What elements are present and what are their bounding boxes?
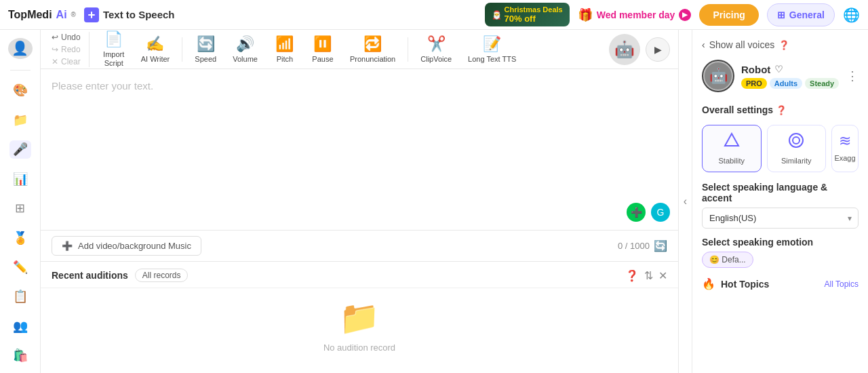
collapse-panel-button[interactable]: ‹	[678, 30, 692, 373]
heart-icon[interactable]: ♡	[774, 64, 783, 75]
all-topics-button[interactable]: All Topics	[825, 279, 859, 289]
top-nav: TopMedi Ai ® Text to Speech 🎅 Christmas …	[0, 0, 868, 30]
emotion-chip[interactable]: 😊 Defa...	[702, 252, 753, 268]
long-text-button[interactable]: 📝 Long Text TTS	[461, 33, 523, 66]
divider-1	[182, 37, 182, 62]
user-avatar[interactable]: 👤	[8, 38, 33, 59]
pause-icon: ⏸️	[313, 35, 332, 53]
char-count-text: 0 / 1000	[618, 241, 650, 251]
sidebar-icon-pencil[interactable]: ✏️	[9, 258, 31, 276]
editor-placeholder: Please enter your text.	[52, 80, 153, 92]
refresh-icon[interactable]: 🔄	[654, 239, 667, 252]
play-button[interactable]: ▶	[646, 37, 670, 62]
app-name-text: Text to Speech	[103, 9, 175, 20]
sidebar-icon-badge[interactable]: 🏅	[9, 229, 31, 247]
sidebar-icon-brush[interactable]: 🎨	[9, 81, 31, 100]
overall-help-icon: ❓	[776, 105, 787, 115]
all-records-button[interactable]: All records	[135, 269, 189, 282]
empty-folder-icon: 📁	[339, 299, 380, 337]
sidebar-icon-chart[interactable]: 📊	[9, 170, 31, 188]
hot-topics-section: 🔥 Hot Topics All Topics	[692, 272, 868, 296]
sort-icon[interactable]: ⇅	[644, 269, 653, 282]
voice-tags: PRO Adults Steady	[741, 78, 840, 89]
svg-point-3	[793, 137, 800, 144]
char-count: 0 / 1000 🔄	[618, 239, 667, 252]
pause-button[interactable]: ⏸️ Pause	[305, 33, 340, 66]
add-icon[interactable]: ➕	[627, 203, 646, 222]
sidebar-icon-folder[interactable]: 📁	[9, 111, 31, 129]
exagg-card[interactable]: ≋ Exagg	[831, 125, 859, 172]
add-music-label: Add video/background Music	[78, 241, 191, 251]
app-icon	[84, 7, 99, 22]
show-voices-button[interactable]: ‹ Show all voices ❓	[702, 37, 789, 53]
overall-settings-title: Overall settings ❓	[702, 104, 859, 115]
chevron-left-icon: ‹	[702, 39, 705, 50]
pronunciation-button[interactable]: 🔁 Pronunciation	[343, 33, 402, 66]
exagg-icon: ≋	[839, 132, 851, 150]
christmas-icon: 🎅	[492, 10, 502, 20]
auditions-body: 📁 No audition record	[41, 288, 678, 363]
similarity-card[interactable]: Similarity	[767, 125, 827, 172]
add-music-button[interactable]: ➕ Add video/background Music	[52, 236, 201, 256]
import-script-button[interactable]: 📄 ImportScript	[96, 30, 132, 71]
similarity-label: Similarity	[781, 157, 812, 165]
sidebar-icon-list[interactable]: 📋	[9, 288, 31, 306]
help-icon: ❓	[778, 40, 789, 50]
more-options-icon[interactable]: ⋮	[846, 68, 859, 83]
sidebar-icon-users[interactable]: 👥	[9, 317, 31, 335]
help-circle-icon[interactable]: ❓	[625, 269, 639, 282]
long-text-label: Long Text TTS	[468, 55, 516, 63]
auditions-title: Recent auditions	[52, 270, 128, 281]
import-icon: 📄	[104, 31, 123, 48]
overall-settings-section: Overall settings ❓	[692, 99, 868, 119]
clear-button[interactable]: ✕ Clear	[49, 56, 83, 67]
voice-name-row: Robot ♡	[741, 64, 840, 75]
emotion-title: Select speaking emotion	[702, 237, 859, 248]
emotion-section: Select speaking emotion 😊 Defa...	[692, 233, 868, 272]
wed-member-text: Wed member day	[597, 9, 675, 20]
nav-app-name: Text to Speech	[84, 7, 175, 22]
svg-marker-1	[725, 134, 738, 146]
content-area: ↩ Undo ↪ Redo ✕ Clear 📄 ImportScript	[41, 30, 678, 373]
toolbar: ↩ Undo ↪ Redo ✕ Clear 📄 ImportScript	[41, 30, 678, 69]
sidebar-icon-bag[interactable]: 🛍️	[9, 347, 31, 365]
redo-button[interactable]: ↪ Redo	[49, 44, 83, 55]
recent-auditions: Recent auditions All records ❓ ⇅ ✕ 📁 No …	[41, 261, 678, 373]
general-button[interactable]: ⊞ General	[767, 3, 835, 26]
exagg-label: Exagg	[834, 154, 855, 162]
pricing-button[interactable]: Pricing	[699, 4, 758, 26]
voice-avatar-inner: 🤖	[703, 61, 733, 91]
globe-icon[interactable]: 🌐	[843, 7, 860, 23]
left-sidebar: 👤 🎨 📁 🎤 📊 ⊞ 🏅 ✏️ 📋 👥 🛍️	[0, 30, 41, 373]
right-panel: ‹ Show all voices ❓ 🤖 Robot ♡ PRO Adults…	[692, 30, 868, 373]
volume-button[interactable]: 🔊 Volume	[226, 33, 264, 66]
christmas-banner[interactable]: 🎅 Christmas Deals 70% off	[485, 3, 570, 26]
sidebar-icon-grid[interactable]: ⊞	[9, 199, 31, 217]
speed-button[interactable]: 🔄 Speed	[188, 33, 223, 66]
stability-card[interactable]: Stability	[702, 125, 762, 172]
wed-member-banner[interactable]: 🎁 Wed member day ▶	[578, 7, 692, 22]
clipvoice-button[interactable]: ✂️ ClipVoice	[414, 33, 458, 66]
clear-icon: ✕	[52, 57, 58, 66]
editor-area[interactable]: Please enter your text. ➕ G	[41, 69, 678, 230]
pitch-icon: 📶	[275, 35, 294, 53]
ai-writer-button[interactable]: ✍️ AI Writer	[134, 33, 177, 66]
tag-steady: Steady	[805, 78, 839, 89]
logo-text: TopMedi	[8, 9, 52, 21]
sidebar-icon-mic[interactable]: 🎤	[9, 140, 31, 159]
voice-meta: Robot ♡ PRO Adults Steady	[741, 64, 840, 89]
add-music-bar: ➕ Add video/background Music 0 / 1000 🔄	[41, 230, 678, 261]
close-icon[interactable]: ✕	[658, 269, 667, 282]
logo[interactable]: TopMedi Ai ®	[8, 9, 76, 21]
import-label: ImportScript	[103, 50, 124, 68]
grammar-icon[interactable]: G	[651, 203, 670, 222]
pitch-button[interactable]: 📶 Pitch	[267, 33, 302, 66]
language-select-wrapper: English(US)	[702, 208, 859, 229]
plus-icon: ➕	[62, 241, 73, 251]
undo-button[interactable]: ↩ Undo	[49, 32, 83, 43]
ai-writer-label: AI Writer	[141, 55, 170, 63]
language-select[interactable]: English(US)	[702, 208, 859, 229]
show-voices-label: Show all voices	[709, 39, 775, 50]
pronunciation-icon: 🔁	[363, 35, 382, 53]
hot-topics-title: Hot Topics	[721, 279, 769, 290]
